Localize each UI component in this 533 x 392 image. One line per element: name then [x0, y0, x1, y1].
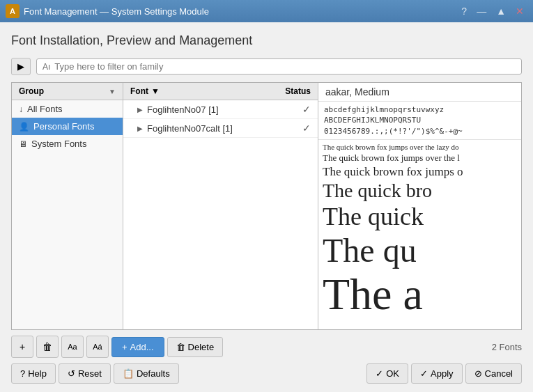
status-header: Status [285, 86, 311, 96]
font-style-button-2[interactable]: Aá [86, 336, 109, 358]
help-titlebar-button[interactable]: ? [458, 4, 470, 18]
defaults-button[interactable]: 📋 Defaults [114, 363, 179, 384]
delete-label: Delete [188, 342, 215, 352]
help-icon: ? [20, 368, 25, 379]
font-check-1: ✓ [302, 123, 311, 134]
fonts-header-sort: Font ▼ [130, 86, 160, 96]
ok-label: OK [386, 368, 399, 379]
font-expand-icon-1: ▶ [137, 125, 143, 132]
preview-line-2: The quick brown fox jumps o [323, 165, 517, 179]
titlebar: A Font Management — System Settings Modu… [0, 0, 533, 22]
groups-panel: Group ▼ ↓ All Fonts 👤 Personal Fonts 🖥 S… [12, 83, 123, 329]
ok-button[interactable]: ✓ OK [366, 363, 408, 384]
maximize-button[interactable]: ▲ [493, 4, 509, 18]
group-item-personal-fonts[interactable]: 👤 Personal Fonts [12, 118, 123, 135]
help-button[interactable]: ? Help [11, 363, 56, 384]
personal-fonts-icon: 👤 [19, 122, 29, 132]
toolbar: ▶ Aı [11, 58, 522, 75]
fonts-panel: Font ▼ Status ▶ FoglihtenNo07 [1] ✓ ▶ Fo… [123, 83, 318, 329]
font-style-icon-1: Aa [68, 343, 77, 351]
group-label-all-fonts: All Fonts [27, 104, 63, 114]
font-style-icon-2: Aá [93, 343, 102, 351]
preview-chars: abcdefghijklmnopqrstuvwxyz ABCDEFGHIJKLM… [318, 102, 521, 140]
filter-container: Aı [36, 58, 522, 75]
fonts-sort-icon: ▼ [151, 86, 160, 96]
app-icon: A [6, 4, 20, 18]
delete-icon-button[interactable]: 🗑 [36, 336, 59, 358]
system-fonts-icon: 🖥 [19, 139, 27, 149]
help-label: Help [28, 368, 47, 379]
cancel-label: Cancel [485, 368, 513, 379]
delete-icon-label: 🗑 [176, 342, 185, 352]
add-small-icon: + [20, 341, 25, 352]
preview-line-3: The quick bro [323, 180, 517, 202]
add-fonts-button[interactable]: + Add... [111, 337, 164, 357]
minimize-button[interactable]: — [473, 4, 490, 18]
ok-icon: ✓ [376, 368, 383, 379]
preview-text-area: The quick brown fox jumps over the lazy … [318, 140, 521, 329]
defaults-label: Defaults [137, 368, 170, 379]
preview-icon: ▶ [17, 61, 24, 72]
group-item-system-fonts[interactable]: 🖥 System Fonts [12, 135, 123, 152]
close-button[interactable]: ✕ [512, 4, 527, 18]
filter-icon: Aı [43, 62, 50, 72]
group-label-personal-fonts: Personal Fonts [33, 121, 94, 132]
font-expand-icon-0: ▶ [137, 106, 143, 113]
apply-button[interactable]: ✓ Apply [411, 363, 463, 384]
groups-sort-icon: ▼ [109, 88, 116, 95]
font-item-left-0: ▶ FoglihtenNo07 [1] [137, 104, 219, 115]
groups-header: Group ▼ [12, 83, 123, 100]
font-label-1: FoglihtenNo07calt [1] [147, 123, 233, 134]
cancel-button[interactable]: ⊘ Cancel [465, 363, 522, 384]
fonts-count: 2 Fonts [492, 342, 522, 352]
font-label-0: FoglihtenNo07 [1] [147, 104, 219, 115]
group-label-system-fonts: System Fonts [31, 139, 86, 149]
reset-label: Reset [78, 368, 102, 379]
preview-font-name: aakar, Medium [318, 83, 521, 102]
preview-chars-line2: ABCDEFGHIJKLMNOPQRSTU [324, 115, 516, 125]
apply-icon: ✓ [420, 368, 428, 379]
cancel-icon: ⊘ [474, 368, 482, 379]
fonts-header: Font ▼ Status [123, 83, 318, 100]
font-check-0: ✓ [302, 104, 311, 115]
titlebar-title: Font Management — System Settings Module [24, 6, 209, 17]
defaults-icon: 📋 [123, 368, 134, 379]
delete-fonts-button[interactable]: 🗑 Delete [167, 337, 224, 357]
main-window: Font Installation, Preview and Managemen… [0, 22, 533, 392]
font-item-0[interactable]: ▶ FoglihtenNo07 [1] ✓ [123, 100, 318, 119]
preview-chars-line3: 0123456789.:,;(*!?'/")$%^&-+@~ [324, 126, 516, 136]
preview-line-0: The quick brown fox jumps over the lazy … [323, 143, 517, 151]
add-plus-icon: + [122, 342, 128, 352]
preview-chars-line1: abcdefghijklmnopqrstuvwxyz [324, 104, 516, 115]
reset-button[interactable]: ↺ Reset [59, 363, 111, 384]
filter-input[interactable] [54, 61, 516, 72]
all-fonts-icon: ↓ [19, 104, 23, 114]
titlebar-controls: ? — ▲ ✕ [458, 4, 527, 18]
titlebar-left: A Font Management — System Settings Modu… [6, 4, 209, 18]
preview-line-6: The a [323, 270, 517, 319]
action-bar: ? Help ↺ Reset 📋 Defaults ✓ OK ✓ Apply ⊘… [11, 358, 522, 384]
preview-line-5: The qu [323, 233, 517, 269]
trash-icon: 🗑 [43, 341, 52, 352]
content-area: Group ▼ ↓ All Fonts 👤 Personal Fonts 🖥 S… [11, 82, 522, 330]
add-button-label: Add... [130, 342, 154, 352]
preview-panel: aakar, Medium abcdefghijklmnopqrstuvwxyz… [318, 83, 521, 329]
font-item-1[interactable]: ▶ FoglihtenNo07calt [1] ✓ [123, 119, 318, 138]
preview-line-1: The quick brown fox jumps over the l [323, 152, 517, 164]
add-icon-button[interactable]: + [11, 336, 33, 358]
page-title: Font Installation, Preview and Managemen… [11, 33, 522, 48]
group-item-all-fonts[interactable]: ↓ All Fonts [12, 100, 123, 118]
preview-line-4: The quick [323, 203, 517, 231]
apply-label: Apply [431, 368, 454, 379]
bottom-toolbar: + 🗑 Aa Aá + Add... 🗑 Delete 2 Fonts [11, 330, 522, 358]
reset-icon: ↺ [68, 368, 75, 379]
font-item-left-1: ▶ FoglihtenNo07calt [1] [137, 123, 233, 134]
font-style-button-1[interactable]: Aa [61, 336, 84, 358]
preview-toggle-button[interactable]: ▶ [11, 58, 31, 75]
